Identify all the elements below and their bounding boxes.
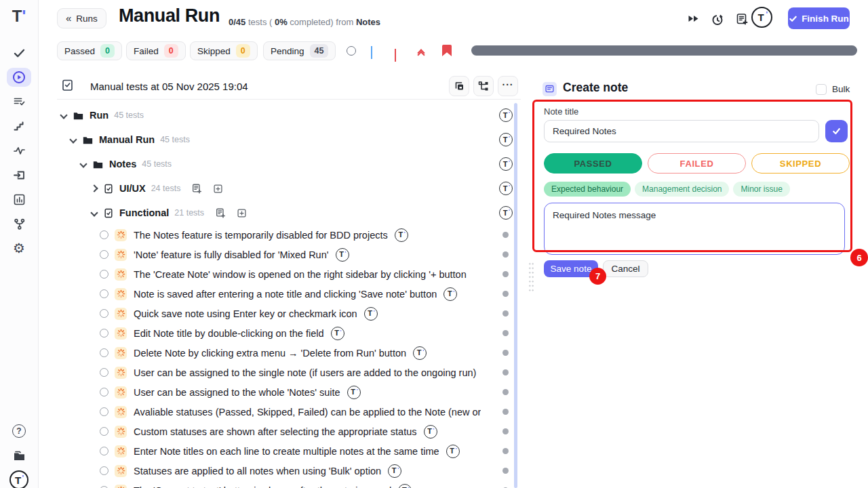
report-chart-icon[interactable] [7, 190, 31, 209]
testomat-link-icon[interactable]: T' [331, 327, 344, 340]
chevron-down-icon[interactable] [69, 136, 77, 143]
filter-pending[interactable]: Pending45 [263, 41, 336, 60]
testomat-link-icon[interactable]: T' [347, 386, 361, 399]
testomat-link-icon[interactable]: T' [398, 484, 412, 488]
back-to-runs-button[interactable]: « Runs [57, 8, 106, 28]
add-test-icon[interactable] [237, 208, 247, 218]
chevron-down-icon[interactable] [60, 111, 67, 119]
help-icon[interactable]: ? [7, 422, 31, 441]
note-message-textarea[interactable]: Required Notes message [544, 203, 845, 255]
more-options-button[interactable]: ··· [498, 76, 518, 96]
add-note-icon[interactable] [735, 12, 749, 26]
status-failed-button[interactable]: FAILED [648, 153, 746, 174]
status-radio[interactable] [100, 270, 108, 279]
status-radio[interactable] [100, 447, 108, 455]
branch-icon[interactable] [7, 214, 31, 233]
list-check-icon[interactable] [7, 92, 31, 111]
testomat-link-icon[interactable]: T' [424, 425, 437, 439]
suite-row-uiux[interactable]: UI/UX24 tests T' [57, 176, 515, 201]
app-logo[interactable]: T' [0, 7, 38, 26]
suite-row-functional[interactable]: Functional21 tests T' [57, 201, 515, 225]
status-radio[interactable] [100, 289, 108, 298]
quick-save-check-button[interactable] [825, 120, 848, 142]
testomat-link-icon[interactable]: T' [499, 108, 513, 122]
bookmark-icon[interactable] [442, 45, 452, 56]
user-logo-icon[interactable]: T' [7, 470, 31, 488]
testomat-link-icon[interactable]: T' [395, 228, 408, 242]
test-row[interactable]: The Notes feature is temporarily disable… [57, 225, 515, 245]
test-row[interactable]: Statuses are applied to all notes when u… [57, 461, 515, 481]
steps-icon[interactable] [7, 117, 31, 136]
tree-view-button[interactable] [473, 76, 494, 96]
testomat-link-icon[interactable]: T' [446, 445, 460, 458]
chevron-down-icon[interactable] [371, 46, 372, 58]
fast-forward-icon[interactable] [686, 12, 700, 26]
status-radio[interactable] [100, 427, 108, 436]
test-row[interactable]: Note is saved after entering a note titl… [57, 284, 515, 304]
testomat-link-icon[interactable]: T' [499, 206, 513, 220]
status-radio[interactable] [100, 348, 108, 357]
test-row[interactable]: Avaliable statuses (Passed, Skipped, Fai… [57, 402, 515, 422]
tag-expected-behaviour[interactable]: Expected behaviour [544, 182, 631, 197]
add-test-icon[interactable] [213, 184, 223, 194]
status-radio[interactable] [100, 250, 108, 259]
projects-folder-icon[interactable] [7, 446, 31, 465]
double-chevron-up-icon[interactable] [418, 50, 424, 58]
test-row[interactable]: User can be assigned to the whole 'Notes… [57, 382, 515, 402]
test-row[interactable]: User can be assigned to the single note … [57, 363, 515, 382]
test-row[interactable]: Quick save note using Enter key or check… [57, 304, 515, 323]
finish-run-button[interactable]: Finish Run [788, 7, 850, 29]
status-radio[interactable] [100, 329, 108, 338]
activity-pulse-icon[interactable] [7, 141, 31, 160]
testomat-link-icon[interactable]: T' [499, 157, 513, 171]
add-note-icon[interactable] [215, 207, 226, 218]
testomat-link-icon[interactable]: T' [336, 248, 349, 262]
testomat-link-icon[interactable]: T' [388, 464, 401, 478]
status-radio[interactable] [100, 407, 108, 416]
test-row[interactable]: Enter Note titles on each line to create… [57, 441, 515, 461]
panel-resize-grip[interactable] [528, 262, 534, 293]
test-row[interactable]: Edit Note title by double-clicking on th… [57, 323, 515, 343]
chevron-down-icon[interactable] [90, 209, 98, 216]
import-icon[interactable] [7, 165, 31, 184]
testomat-link-icon[interactable]: T' [499, 133, 513, 146]
cancel-button[interactable]: Cancel [603, 260, 648, 277]
status-radio[interactable] [100, 368, 108, 377]
status-passed-button[interactable]: PASSED [544, 153, 642, 174]
test-row[interactable]: Custom statuses are shown after selectin… [57, 422, 515, 441]
testomat-link-icon[interactable]: T' [413, 346, 427, 360]
tag-minor-issue[interactable]: Minor issue [733, 182, 789, 197]
status-radio[interactable] [100, 388, 108, 396]
status-radio[interactable] [100, 309, 108, 318]
chevron-up-icon[interactable] [395, 49, 396, 61]
chevron-down-icon[interactable] [79, 160, 87, 167]
filter-passed[interactable]: Passed0 [57, 41, 122, 60]
testomat-link-icon[interactable]: T' [443, 287, 457, 301]
status-radio[interactable] [100, 230, 108, 239]
testomat-link-icon[interactable]: T' [364, 307, 378, 321]
check-icon[interactable] [7, 43, 31, 62]
filter-skipped[interactable]: Skipped0 [190, 41, 258, 60]
status-skipped-button[interactable]: SKIPPED [751, 153, 850, 174]
filter-failed[interactable]: Failed0 [126, 41, 186, 60]
suite-row-run[interactable]: Run45 tests T' [57, 103, 515, 127]
suite-row-manual-run[interactable]: Manual Run45 tests T' [57, 127, 515, 152]
note-title-input[interactable] [544, 120, 819, 142]
test-row[interactable]: The 'Create Note' window is opened on th… [57, 264, 515, 284]
runs-play-icon[interactable] [7, 68, 31, 87]
testomat-link-icon[interactable]: T' [499, 182, 513, 195]
save-note-button[interactable]: Save note [544, 260, 598, 277]
test-row[interactable]: Delete Note by clicking extra menu → 'De… [57, 343, 515, 363]
copy-run-button[interactable] [449, 76, 469, 96]
test-row[interactable]: 'Note' feature is fully disabled for 'Mi… [57, 245, 515, 264]
suite-row-notes[interactable]: Notes45 tests T' [57, 152, 515, 176]
add-note-icon[interactable] [191, 183, 202, 194]
bulk-checkbox[interactable] [816, 84, 827, 95]
status-radio[interactable] [100, 466, 108, 475]
chevron-right-icon[interactable] [90, 184, 98, 192]
timer-icon[interactable] [711, 12, 724, 26]
account-logo-icon[interactable]: T' [751, 7, 772, 28]
test-row[interactable]: The 'Convert to test' button is shown af… [57, 481, 515, 488]
tag-management-decision[interactable]: Management decision [635, 182, 729, 197]
status-circle-icon[interactable] [347, 46, 356, 56]
